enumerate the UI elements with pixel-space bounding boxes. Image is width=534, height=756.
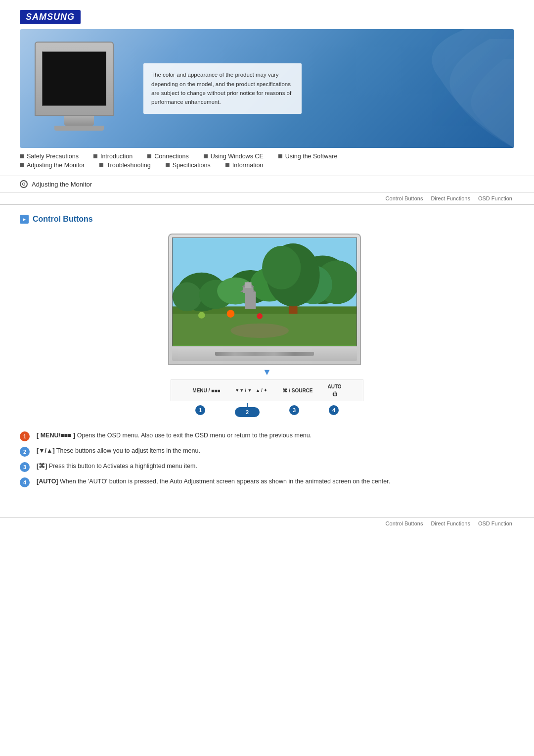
desc-num-1: 1 — [20, 431, 30, 441]
btn-label-2: ▼▼ / ▼ ▲ / ✦ — [235, 388, 267, 393]
section-icon — [20, 215, 29, 224]
nav-label-using-windows: Using Windows CE — [211, 153, 264, 160]
desc-text-4: [AUTO] When the 'AUTO' button is pressed… — [37, 477, 390, 486]
header: SAMSUNG The color and appearance of the … — [0, 0, 534, 148]
desc-key-3: [⌘] — [37, 463, 47, 470]
nav-row-1: Safety Precautions Introduction Connecti… — [20, 153, 514, 162]
monitor-diagram-container: ▼ MENU / ■■■ ▼▼ / ▼ ▲ / ✦ ⌘ / SOURCE AUT… — [20, 234, 514, 419]
bottom-sub-navigation: Control Buttons Direct Functions OSD Fun… — [0, 517, 534, 529]
svg-point-22 — [257, 313, 263, 319]
btn-num-container-1: 1 — [195, 405, 205, 415]
svg-point-23 — [230, 324, 288, 338]
nav-item-safety[interactable]: Safety Precautions — [20, 153, 79, 160]
banner-disclaimer: The color and appearance of the product … — [143, 63, 302, 114]
nav-bullet-adjusting — [20, 163, 24, 167]
samsung-logo: SAMSUNG — [20, 10, 81, 24]
nav-item-specifications[interactable]: Specifications — [166, 162, 211, 169]
desc-item-4: 4 [AUTO] When the 'AUTO' button is press… — [20, 477, 514, 487]
section-title: Control Buttons — [20, 215, 514, 224]
nav-bullet-using-software — [278, 154, 282, 158]
navigation: Safety Precautions Introduction Connecti… — [0, 148, 534, 176]
sub-navigation: Control Buttons Direct Functions OSD Fun… — [0, 192, 534, 205]
svg-point-3 — [173, 282, 202, 311]
arrow-down-icon: ▼ — [168, 367, 366, 378]
nav-label-adjusting: Adjusting the Monitor — [27, 162, 85, 169]
nav-bullet-information — [225, 163, 229, 167]
bottom-sub-nav-osd-function[interactable]: OSD Function — [476, 520, 514, 526]
section-title-text: Control Buttons — [33, 215, 93, 224]
sub-nav-osd-function[interactable]: OSD Function — [476, 195, 514, 201]
nav-bullet-specifications — [166, 163, 170, 167]
nav-label-using-software: Using the Software — [285, 153, 338, 160]
bottom-sub-nav-control-buttons[interactable]: Control Buttons — [384, 520, 425, 526]
bottom-sub-nav-direct-functions[interactable]: Direct Functions — [429, 520, 472, 526]
nav-label-troubleshooting: Troubleshooting — [106, 162, 150, 169]
nav-label-specifications: Specifications — [173, 162, 211, 169]
nav-item-using-windows[interactable]: Using Windows CE — [204, 153, 264, 160]
btn-num-container-2: 2 — [235, 403, 260, 417]
btn-label-1: MENU / ■■■ — [192, 388, 220, 393]
nav-item-information[interactable]: Information — [225, 162, 264, 169]
btn-label-3: ⌘ / SOURCE — [282, 388, 312, 393]
breadcrumb-icon: O — [20, 180, 28, 188]
nav-item-troubleshooting[interactable]: Troubleshooting — [99, 162, 150, 169]
btn-number-4: 4 — [329, 405, 339, 415]
nav-bullet-safety — [20, 154, 24, 158]
desc-key-1: [ MENU/■■■ ] — [37, 432, 75, 439]
desc-num-3: 3 — [20, 462, 30, 472]
desc-key-2: [▼/▲] — [37, 447, 55, 454]
button-labels-row: MENU / ■■■ ▼▼ / ▼ ▲ / ✦ ⌘ / SOURCE AUTO … — [171, 379, 363, 401]
btn-number-2: 2 — [235, 407, 260, 417]
btn-label-4-auto: AUTO — [328, 384, 342, 389]
btn-group-3: ⌘ / SOURCE — [282, 388, 312, 393]
btn-num-container-3: 3 — [289, 405, 299, 415]
desc-item-2: 2 [▼/▲] These buttons allow you to adjus… — [20, 446, 514, 457]
nav-item-introduction[interactable]: Introduction — [93, 153, 133, 160]
nav-item-using-software[interactable]: Using the Software — [278, 153, 338, 160]
btn-number-1: 1 — [195, 405, 205, 415]
nav-bullet-using-windows — [204, 154, 208, 158]
nav-item-connections[interactable]: Connections — [147, 153, 189, 160]
desc-item-3: 3 [⌘] Press this button to Activates a h… — [20, 462, 514, 472]
monitor-diagram-bezel — [168, 234, 361, 365]
desc-text-1: [ MENU/■■■ ] Opens the OSD menu. Also us… — [37, 431, 312, 440]
svg-rect-14 — [245, 292, 256, 309]
main-content: Control Buttons — [0, 205, 534, 502]
breadcrumb-text: Adjusting the Monitor — [32, 181, 92, 188]
banner-decoration — [366, 29, 514, 148]
sub-nav-control-buttons[interactable]: Control Buttons — [384, 195, 425, 201]
svg-point-13 — [262, 246, 301, 289]
nav-bullet-introduction — [93, 154, 97, 158]
button-numbers-row: 1 2 3 4 — [171, 401, 363, 419]
svg-point-21 — [198, 312, 205, 319]
banner: The color and appearance of the product … — [20, 29, 514, 148]
nav-label-connections: Connections — [154, 153, 189, 160]
banner-monitor-illustration — [35, 42, 124, 136]
nav-bullet-connections — [147, 154, 151, 158]
monitor-diagram-screen — [172, 237, 357, 346]
control-bar-strip — [215, 352, 314, 356]
monitor-diagram: ▼ MENU / ■■■ ▼▼ / ▼ ▲ / ✦ ⌘ / SOURCE AUT… — [168, 234, 366, 419]
garden-svg — [173, 238, 356, 346]
descriptions: 1 [ MENU/■■■ ] Opens the OSD menu. Also … — [20, 431, 514, 487]
btn-num-container-4: 4 — [329, 405, 339, 415]
desc-item-1: 1 [ MENU/■■■ ] Opens the OSD menu. Also … — [20, 431, 514, 441]
sub-nav-direct-functions[interactable]: Direct Functions — [429, 195, 472, 201]
monitor-control-bar — [172, 346, 357, 361]
nav-label-safety: Safety Precautions — [27, 153, 79, 160]
desc-key-4: [AUTO] — [37, 478, 58, 485]
btn-label-4-power: ⏻ — [332, 391, 337, 397]
desc-num-2: 2 — [20, 447, 30, 457]
svg-rect-18 — [245, 282, 252, 288]
btn-group-1: MENU / ■■■ — [192, 388, 220, 393]
breadcrumb: O Adjusting the Monitor — [0, 176, 534, 192]
nav-label-introduction: Introduction — [100, 153, 133, 160]
btn-number-3: 3 — [289, 405, 299, 415]
btn-group-2: ▼▼ / ▼ ▲ / ✦ — [235, 388, 267, 393]
nav-item-adjusting[interactable]: Adjusting the Monitor — [20, 162, 85, 169]
desc-num-4: 4 — [20, 477, 30, 487]
nav-bullet-troubleshooting — [99, 163, 103, 167]
nav-label-information: Information — [232, 162, 264, 169]
btn-group-4: AUTO ⏻ — [328, 384, 342, 397]
svg-point-20 — [227, 310, 235, 318]
